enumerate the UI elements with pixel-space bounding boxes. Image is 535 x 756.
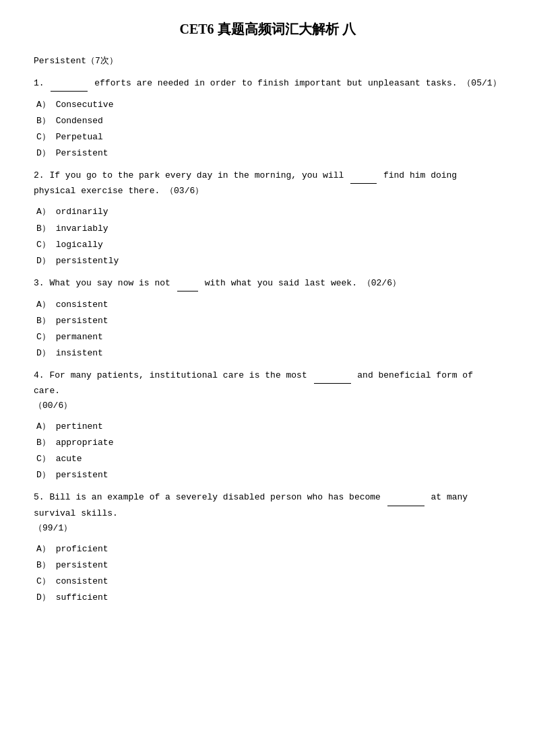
option-3c: C） permanent: [34, 329, 501, 345]
option-2c: C） logically: [34, 237, 501, 253]
option-1a: A） Consecutive: [34, 97, 501, 113]
question-2-text: 2. If you go to the park every day in th…: [34, 168, 501, 199]
option-3a: A） consistent: [34, 297, 501, 313]
question-5: 5. Bill is an example of a severely disa…: [34, 490, 501, 605]
question-1-text: 1. efforts are needed in order to finish…: [34, 76, 501, 92]
option-5b: B） persistent: [34, 557, 501, 574]
question-2: 2. If you go to the park every day in th…: [34, 168, 501, 269]
option-5c: C） consistent: [34, 574, 501, 590]
question-5-text: 5. Bill is an example of a severely disa…: [34, 490, 501, 535]
option-4c: C） acute: [34, 451, 501, 467]
page-title: CET6 真题高频词汇大解析 八: [34, 20, 501, 38]
option-3b: B） persistent: [34, 313, 501, 329]
option-2d: D） persistently: [34, 253, 501, 269]
blank-3: [177, 276, 198, 291]
option-1d: D） Persistent: [34, 145, 501, 162]
blank-2: [350, 168, 377, 184]
section-header: Persistent（7次）: [34, 55, 501, 67]
question-4-text: 4. For many patients, institutional care…: [34, 368, 501, 413]
blank-4: [314, 368, 351, 384]
option-5a: A） proficient: [34, 541, 501, 557]
option-1c: C） Perpetual: [34, 129, 501, 145]
question-1: 1. efforts are needed in order to finish…: [34, 76, 501, 162]
option-4d: D） persistent: [34, 467, 501, 483]
option-1b: B） Condensed: [34, 113, 501, 129]
question-3: 3. What you say now is not with what you…: [34, 276, 501, 362]
option-4a: A） pertinent: [34, 419, 501, 435]
blank-5: [387, 490, 424, 506]
question-3-text: 3. What you say now is not with what you…: [34, 276, 501, 291]
option-2b: B） invariably: [34, 221, 501, 237]
option-3d: D） insistent: [34, 345, 501, 362]
option-4b: B） appropriate: [34, 435, 501, 451]
option-5d: D） sufficient: [34, 590, 501, 606]
question-4: 4. For many patients, institutional care…: [34, 368, 501, 483]
blank-1: [51, 76, 88, 92]
option-2a: A） ordinarily: [34, 204, 501, 220]
